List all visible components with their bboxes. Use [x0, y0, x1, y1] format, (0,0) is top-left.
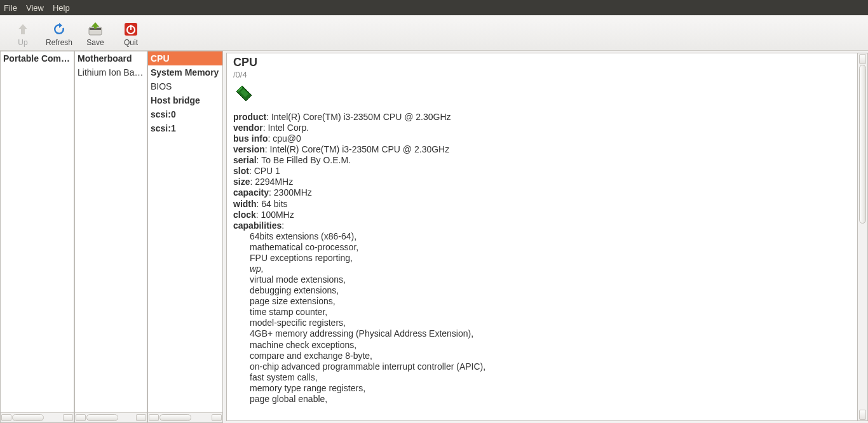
cap-item: page global enable, — [250, 394, 851, 405]
field-version: version: Intel(R) Core(TM) i3-2350M CPU … — [233, 144, 851, 155]
toolbar: Up Refresh Save Quit — [0, 15, 868, 51]
detail-title: CPU — [233, 56, 851, 70]
col2-hscrollbar[interactable] — [75, 412, 147, 422]
detail-vscrollbar[interactable] — [858, 53, 868, 421]
cap-item: model-specific registers, — [250, 318, 851, 328]
tree-column-1: Portable Computer — [0, 51, 74, 423]
save-icon — [86, 20, 104, 38]
refresh-icon — [50, 20, 68, 38]
tree-column-1-list[interactable]: Portable Computer — [1, 51, 74, 412]
field-product: product: Intel(R) Core(TM) i3-2350M CPU … — [233, 112, 851, 123]
detail-path: /0/4 — [233, 70, 851, 80]
cap-item: memory type range registers, — [250, 383, 851, 394]
tree-item-cpu[interactable]: CPU — [148, 51, 222, 65]
up-label: Up — [18, 38, 27, 47]
arrow-up-icon — [14, 20, 32, 38]
tree-item-host-bridge[interactable]: Host bridge — [148, 93, 222, 107]
field-vendor: vendor: Intel Corp. — [233, 123, 851, 133]
detail-pane: CPU /0/4 product: Intel(R) Core(TM) i3-2… — [226, 53, 858, 421]
cap-item: FPU exceptions reporting, — [250, 253, 851, 264]
cap-item: on-chip advanced programmable interrupt … — [250, 361, 851, 372]
cap-item: 64bits extensions (x86-64), — [250, 231, 851, 242]
cap-item: machine check exceptions, — [250, 340, 851, 351]
power-icon — [122, 20, 140, 38]
save-label: Save — [86, 38, 104, 47]
capabilities-list: 64bits extensions (x86-64), mathematical… — [250, 231, 851, 405]
refresh-button[interactable]: Refresh — [41, 19, 78, 48]
field-serial: serial: To Be Filled By O.E.M. — [233, 155, 851, 166]
up-button[interactable]: Up — [5, 19, 41, 48]
refresh-label: Refresh — [46, 38, 72, 47]
cap-item: 4GB+ memory addressing (Physical Address… — [250, 328, 851, 339]
menu-help[interactable]: Help — [53, 3, 70, 13]
field-bus-info: bus info: cpu@0 — [233, 133, 851, 144]
tree-item-portable-computer[interactable]: Portable Computer — [1, 51, 74, 65]
tree-item-scsi1[interactable]: scsi:1 — [148, 121, 222, 135]
tree-item-scsi0[interactable]: scsi:0 — [148, 107, 222, 121]
cap-item: compare and exchange 8-byte, — [250, 351, 851, 361]
save-button[interactable]: Save — [78, 19, 113, 48]
tree-column-3-list[interactable]: CPU System Memory BIOS Host bridge scsi:… — [148, 51, 222, 412]
quit-button[interactable]: Quit — [113, 19, 149, 48]
tree-item-system-memory[interactable]: System Memory — [148, 65, 222, 79]
menu-view[interactable]: View — [26, 3, 44, 13]
cap-item: virtual mode extensions, — [250, 274, 851, 285]
cap-item: fast system calls, — [250, 372, 851, 383]
field-capacity: capacity: 2300MHz — [233, 187, 851, 198]
field-clock: clock: 100MHz — [233, 210, 851, 220]
col3-hscrollbar[interactable] — [148, 412, 222, 422]
cap-item: wp, — [250, 264, 851, 274]
tree-column-2-list[interactable]: Motherboard Lithium Ion Battery — [75, 51, 147, 412]
menu-file[interactable]: File — [4, 3, 17, 13]
quit-label: Quit — [124, 38, 138, 47]
tree-item-motherboard[interactable]: Motherboard — [75, 51, 147, 65]
cap-item: mathematical co-processor, — [250, 242, 851, 253]
tree-column-2: Motherboard Lithium Ion Battery — [74, 51, 147, 423]
tree-item-battery[interactable]: Lithium Ion Battery — [75, 65, 147, 79]
field-size: size: 2294MHz — [233, 177, 851, 187]
field-width: width: 64 bits — [233, 199, 851, 210]
tree-item-bios[interactable]: BIOS — [148, 79, 222, 93]
menubar: File View Help — [0, 0, 868, 15]
svg-rect-4 — [130, 25, 132, 30]
cap-item: page size extensions, — [250, 296, 851, 307]
content-area: Portable Computer Motherboard Lithium Io… — [0, 51, 868, 423]
field-capabilities: capabilities: — [233, 220, 851, 231]
field-slot: slot: CPU 1 — [233, 166, 851, 177]
tree-column-3: CPU System Memory BIOS Host bridge scsi:… — [147, 51, 223, 423]
col1-hscrollbar[interactable] — [1, 412, 74, 422]
cpu-chip-icon — [233, 83, 851, 107]
detail-pane-wrap: CPU /0/4 product: Intel(R) Core(TM) i3-2… — [223, 51, 868, 423]
cap-item: time stamp counter, — [250, 307, 851, 318]
cap-item: debugging extensions, — [250, 285, 851, 296]
